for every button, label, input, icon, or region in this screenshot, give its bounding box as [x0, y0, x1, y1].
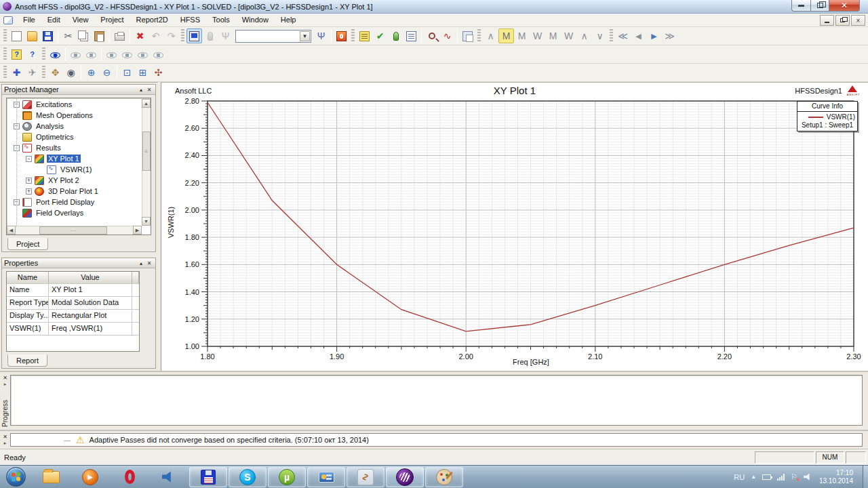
message-expand-icon[interactable]: ▸ — [4, 441, 7, 446]
column-header-value[interactable]: Value — [49, 272, 132, 283]
menu-project[interactable]: Project — [94, 14, 130, 26]
create-report-button[interactable]: ∿ — [439, 28, 455, 43]
message-row[interactable]: — ⚠ Adaptive Passes did not converge bas… — [10, 433, 863, 447]
mdi-child-icon[interactable] — [3, 16, 13, 24]
network-signal-icon[interactable] — [777, 474, 785, 481]
expand-icon[interactable]: + — [26, 178, 32, 184]
menu-hfss[interactable]: HFSS — [174, 14, 206, 26]
scroll-left-icon[interactable]: ◀ — [7, 226, 16, 235]
property-row[interactable]: Report TypeModal Solution Data — [7, 297, 139, 310]
component-tree-button[interactable]: Ψ — [313, 28, 329, 43]
first-solution-button[interactable]: ≪ — [615, 28, 631, 43]
visibility-toggle-3[interactable] — [135, 47, 151, 62]
redo-button[interactable]: ↷ — [163, 28, 179, 43]
progress-expand-icon[interactable]: ▸ — [4, 382, 7, 387]
visibility-toggle-4[interactable] — [151, 47, 166, 62]
panel-close-icon[interactable]: ✕ — [145, 86, 153, 94]
minimize-button[interactable] — [791, 0, 811, 12]
wave-tool-7[interactable]: ∧ — [576, 28, 592, 43]
taskbar-model-viewer[interactable]: ∿ — [347, 467, 384, 487]
record-script-button[interactable] — [202, 28, 218, 43]
wave-tool-5[interactable]: M — [545, 28, 561, 43]
copy-button[interactable] — [76, 28, 92, 43]
delete-button[interactable]: ✖ — [132, 28, 148, 43]
scroll-up-icon[interactable]: ▲ — [142, 99, 151, 108]
last-solution-button[interactable]: ≫ — [662, 28, 677, 43]
progress-close-icon[interactable]: ✕ — [1, 373, 9, 381]
show-desktop-button[interactable] — [863, 466, 868, 488]
wave-tool-1[interactable]: ∧ — [483, 28, 498, 43]
column-header-name[interactable]: Name — [7, 272, 49, 283]
paste-button[interactable] — [92, 28, 107, 43]
tray-expand-icon[interactable]: ▲ — [751, 474, 756, 480]
start-button[interactable] — [1, 467, 31, 487]
next-solution-button[interactable]: ▶ — [646, 28, 662, 43]
tree-item-field-overlays[interactable]: Field Overlays — [7, 207, 142, 218]
remote-analysis-button[interactable]: Ψ — [218, 28, 233, 43]
property-value[interactable]: Modal Solution Data — [49, 297, 132, 309]
menu-report2d[interactable]: Report2D — [130, 14, 174, 26]
property-row[interactable]: NameXY Plot 1 — [7, 284, 139, 297]
taskbar-floppy-app[interactable] — [189, 467, 227, 487]
taskbar-skype[interactable]: S — [229, 467, 267, 487]
restore-button[interactable] — [811, 0, 829, 12]
tree-item-mesh-operations[interactable]: Mesh Operations — [7, 110, 142, 121]
wave-tool-8[interactable]: ∨ — [592, 28, 608, 43]
zoom-out-button[interactable]: ⊖ — [99, 65, 115, 80]
taskbar-volume-app[interactable] — [150, 467, 188, 487]
tree-item-xy-plot-2[interactable]: +XY Plot 2 — [7, 175, 142, 186]
tree-item-optimetrics[interactable]: Optimetrics — [7, 131, 142, 142]
xy-plot-canvas[interactable]: 1.801.902.002.102.202.301.001.201.401.60… — [161, 83, 868, 371]
mdi-close-button[interactable]: × — [851, 15, 865, 26]
scroll-right-icon[interactable]: ▶ — [133, 226, 142, 235]
taskbar-explorer[interactable] — [32, 467, 70, 487]
taskbar-paint[interactable] — [425, 467, 463, 487]
show-selection-button[interactable] — [83, 47, 99, 62]
tree-horizontal-scrollbar[interactable]: ◀ ⋯ ▶ — [7, 226, 142, 235]
analyze-button[interactable] — [388, 28, 403, 43]
mdi-minimize-button[interactable] — [820, 15, 834, 26]
property-value[interactable]: Freq ,VSWR(1) — [49, 323, 132, 335]
taskbar-media-player[interactable]: ▶ — [71, 467, 109, 487]
help-topics-button[interactable]: ? — [9, 47, 24, 62]
taskbar-ansoft-hfss[interactable] — [386, 467, 424, 487]
menu-help[interactable]: Help — [275, 14, 302, 26]
wave-tool-2[interactable]: M — [498, 28, 514, 43]
boolean-add-button[interactable]: ✚ — [9, 65, 24, 80]
tree-item-vswr-1-[interactable]: VSWR(1) — [7, 164, 142, 175]
close-button[interactable]: ✕ — [829, 0, 860, 12]
rotate-view-button[interactable]: ✣ — [151, 65, 166, 80]
property-value[interactable]: XY Plot 1 — [49, 284, 132, 296]
mdi-restore-button[interactable] — [835, 15, 850, 26]
panel-close-icon[interactable]: ✕ — [145, 260, 153, 267]
hide-selection-button[interactable] — [68, 47, 83, 62]
selection-combo[interactable]: ▼ — [235, 30, 311, 43]
language-indicator[interactable]: RU — [734, 473, 745, 481]
taskbar-opera[interactable] — [111, 467, 149, 487]
previous-solution-button[interactable]: ◀ — [631, 28, 646, 43]
visibility-toggle-2[interactable] — [119, 47, 135, 62]
open-project-button[interactable] — [24, 28, 40, 43]
visibility-toggle-1[interactable] — [104, 47, 119, 62]
dynamic-zoom-button[interactable]: ◉ — [63, 65, 79, 80]
collapse-icon[interactable]: - — [26, 156, 32, 162]
tree-item-port-field-display[interactable]: +Port Field Display — [7, 197, 142, 207]
battery-icon[interactable] — [762, 474, 771, 480]
property-row[interactable]: VSWR(1)Freq ,VSWR(1) — [7, 323, 139, 336]
scroll-down-icon[interactable]: ▼ — [142, 217, 151, 226]
menu-file[interactable]: File — [17, 14, 41, 26]
volume-icon[interactable] — [804, 473, 813, 481]
zoom-report-button[interactable] — [424, 28, 439, 43]
new-project-button[interactable] — [9, 28, 24, 43]
solve-setup-button[interactable] — [334, 28, 349, 43]
pan-button[interactable]: ✥ — [47, 65, 63, 80]
curve-info-legend[interactable]: Curve Info VSWR(1) Setup1 : Sweep1 — [797, 101, 858, 131]
tree-vscroll-thumb[interactable]: ≡ — [142, 131, 151, 171]
report-tab[interactable]: Report — [7, 354, 47, 367]
model-plane-button[interactable]: ✈ — [24, 65, 40, 80]
wave-tool-6[interactable]: W — [561, 28, 576, 43]
taskbar-display-settings[interactable] — [307, 467, 345, 487]
wave-tool-4[interactable]: W — [530, 28, 545, 43]
active-view-button[interactable] — [186, 28, 202, 43]
whats-this-button[interactable]: ? — [24, 47, 40, 62]
